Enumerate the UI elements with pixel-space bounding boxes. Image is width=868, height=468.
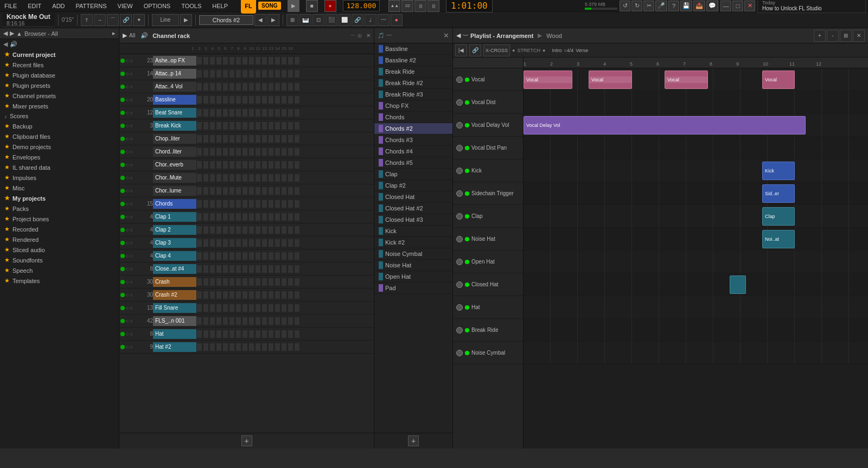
ch-pad-7-12[interactable] (275, 148, 280, 156)
ch-pad-3-0[interactable] (196, 95, 202, 104)
ch-pad-22-3[interactable] (216, 343, 222, 351)
ch-pad-17-11[interactable] (268, 278, 274, 286)
ch-led-6[interactable] (120, 137, 125, 141)
ch-pad-16-3[interactable] (216, 265, 222, 273)
track-knob-12[interactable] (456, 350, 463, 356)
ch-pad-21-12[interactable] (275, 330, 280, 338)
ch-solo-8[interactable]: ○ (130, 162, 132, 168)
ch-pad-20-6[interactable] (235, 317, 241, 325)
song-mode-btn[interactable]: SONG (258, 2, 280, 10)
ch-pad-15-9[interactable] (255, 252, 261, 260)
ch-pad-19-12[interactable] (275, 304, 280, 312)
ch-pad-9-7[interactable] (242, 174, 248, 182)
ch-pad-11-1[interactable] (203, 200, 209, 208)
ch-pad-17-9[interactable] (255, 278, 261, 286)
ch-pad-14-2[interactable] (209, 239, 215, 247)
ch-pad-18-5[interactable] (229, 291, 235, 299)
chat-btn[interactable]: 💬 (706, 1, 718, 11)
ch-pad-1-5[interactable] (229, 69, 235, 78)
line-mode-btn[interactable]: ▶ (180, 14, 192, 26)
ch-pad-13-3[interactable] (216, 226, 222, 234)
arr-zoom-out[interactable]: - (827, 30, 839, 42)
ch-pad-7-9[interactable] (255, 148, 261, 156)
sidebar-item-packs[interactable]: ★ Packs (0, 203, 119, 214)
ch-pad-14-0[interactable] (196, 239, 202, 247)
ch-pad-3-3[interactable] (216, 95, 222, 104)
ch-pad-19-3[interactable] (216, 304, 222, 312)
ch-pad-14-1[interactable] (203, 239, 209, 247)
arr-track-row-5[interactable]: Sid..er (524, 182, 868, 205)
ch-name-21[interactable]: Hat (153, 329, 196, 339)
track-label-7[interactable]: Noise Hat (453, 228, 523, 251)
ch-solo-22[interactable]: ○ (130, 344, 132, 350)
ch-pad-9-13[interactable] (281, 174, 287, 182)
ch-pad-7-8[interactable] (248, 148, 254, 156)
ch-name-17[interactable]: Crash (153, 277, 196, 287)
ch-mute-6[interactable]: ○ (126, 136, 129, 142)
ch-pad-16-13[interactable] (281, 265, 287, 273)
ch-pad-5-0[interactable] (196, 121, 202, 130)
ch-led-16[interactable] (120, 267, 125, 271)
track-knob-11[interactable] (456, 327, 463, 334)
ch-pad-11-5[interactable] (229, 200, 235, 208)
ch-pad-17-0[interactable] (196, 278, 202, 286)
add-channel-button[interactable]: + (241, 435, 252, 446)
ch-pad-7-4[interactable] (222, 148, 228, 156)
ch-pad-9-2[interactable] (209, 174, 215, 182)
ch-pad-19-2[interactable] (209, 304, 215, 312)
arr-track-row-6[interactable]: Clap (524, 205, 868, 228)
ch-pad-5-12[interactable] (275, 121, 280, 130)
track-knob-3[interactable] (456, 145, 463, 151)
ch-pad-18-1[interactable] (203, 291, 209, 299)
ch-pad-13-12[interactable] (275, 226, 280, 234)
ch-pad-20-15[interactable] (294, 317, 300, 325)
ch-pad-18-8[interactable] (248, 291, 254, 299)
pattern-row-15[interactable]: Closed Hat #3 (374, 214, 452, 226)
ch-mute-21[interactable]: ○ (126, 331, 129, 337)
ch-pad-18-12[interactable] (275, 291, 280, 299)
ch-mute-14[interactable]: ○ (126, 240, 129, 246)
channel-row-13[interactable]: ○ ○ 4 Clap 2 (119, 223, 374, 236)
track-label-3[interactable]: Vocal Dist Pan (453, 137, 523, 159)
channel-row-4[interactable]: ○ ○ 12 Beat Snare (119, 106, 374, 119)
ch-pad-18-14[interactable] (288, 291, 293, 299)
ch-pad-16-2[interactable] (209, 265, 215, 273)
ch-pad-12-7[interactable] (242, 213, 248, 221)
ch-pad-1-11[interactable] (268, 69, 274, 78)
ch-mute-12[interactable]: ○ (126, 214, 129, 220)
arr-track-row-1[interactable] (524, 91, 868, 114)
ch-pad-10-9[interactable] (255, 187, 261, 195)
ch-pad-10-7[interactable] (242, 187, 248, 195)
ch-pad-11-2[interactable] (209, 200, 215, 208)
ch-pad-3-5[interactable] (229, 95, 235, 104)
ch-pad-9-12[interactable] (275, 174, 280, 182)
ch-pad-19-6[interactable] (235, 304, 241, 312)
ch-pad-22-12[interactable] (275, 343, 280, 351)
pattern-row-10[interactable]: Chords #5 (374, 157, 452, 169)
track-label-0[interactable]: Vocal (453, 68, 523, 91)
ch-pad-5-5[interactable] (229, 121, 235, 130)
ch-pad-7-14[interactable] (288, 148, 293, 156)
ch-pad-4-2[interactable] (209, 108, 215, 117)
ch-name-6[interactable]: Chop..liter (153, 134, 196, 144)
bpm-display[interactable]: 128.000 (343, 0, 380, 11)
track-knob-9[interactable] (456, 281, 463, 288)
ch-pad-14-5[interactable] (229, 239, 235, 247)
ch-pad-14-4[interactable] (222, 239, 228, 247)
channel-row-12[interactable]: ○ ○ 4 Clap 1 (119, 210, 374, 223)
ch-pad-21-15[interactable] (294, 330, 300, 338)
ch-pad-13-8[interactable] (248, 226, 254, 234)
track-label-5[interactable]: Sidechain Trigger (453, 182, 523, 205)
menu-patterns[interactable]: PATTERNS (74, 2, 109, 10)
ch-pad-20-11[interactable] (268, 317, 274, 325)
ch-pad-19-11[interactable] (268, 304, 274, 312)
arr-clip-0-3[interactable]: Vocal (762, 70, 795, 89)
ch-pad-3-6[interactable] (235, 95, 241, 104)
track-led-4[interactable] (465, 169, 469, 173)
pattern-row-4[interactable]: Break Ride #3 (374, 89, 452, 100)
ch-solo-18[interactable]: ○ (130, 292, 132, 298)
ch-pad-19-0[interactable] (196, 304, 202, 312)
ch-pad-1-8[interactable] (248, 69, 254, 78)
sidebar-collapse-btn[interactable]: ◀ (3, 41, 8, 48)
arr-track-row-9[interactable] (524, 273, 868, 296)
